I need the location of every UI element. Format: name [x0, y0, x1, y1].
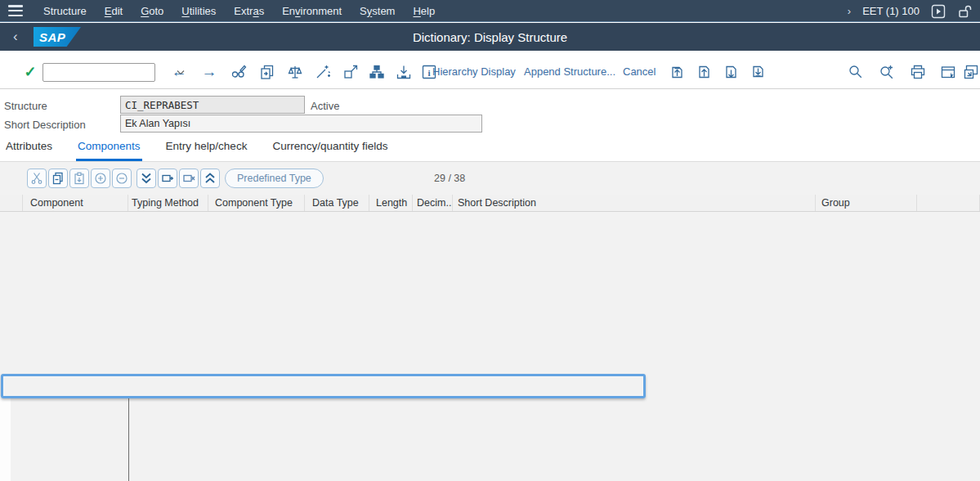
structure-field[interactable]: CI_REPRABEST: [120, 96, 305, 114]
hierarchy-icon[interactable]: [366, 61, 387, 83]
print-icon[interactable]: [907, 61, 929, 83]
append-structure-button[interactable]: Append Structure...: [524, 65, 615, 78]
cut-button[interactable]: [27, 169, 47, 188]
tab-currency-quantity-fields[interactable]: Currency/quantity fields: [271, 135, 389, 161]
paste-rows-button[interactable]: [69, 169, 89, 188]
menu-item-edit[interactable]: Edit: [96, 5, 132, 17]
hamburger-menu-icon[interactable]: [8, 5, 23, 16]
menu-item-environment[interactable]: Environment: [273, 5, 351, 17]
previous-page-icon[interactable]: [694, 61, 715, 83]
new-session-window-icon[interactable]: [960, 61, 980, 83]
delete-row-button[interactable]: [179, 169, 199, 188]
command-field[interactable]: [43, 63, 155, 82]
resize-icon[interactable]: [340, 61, 361, 83]
insert-row-button[interactable]: [158, 169, 177, 188]
first-page-icon[interactable]: [667, 61, 688, 83]
menu-bar-right: › EET (1) 100: [848, 0, 972, 22]
highlight-annotation: [1, 374, 646, 398]
header-typing-method[interactable]: Typing Method: [128, 195, 208, 211]
hierarchy-display-button[interactable]: Hierarchy Display: [432, 65, 516, 78]
delete-entry-button[interactable]: [112, 169, 132, 188]
tab-components[interactable]: Components: [76, 135, 142, 161]
tab-entry-help-check[interactable]: Entry help/check: [164, 135, 249, 161]
header-component[interactable]: Component: [23, 195, 128, 211]
overflow-chevron-icon[interactable]: ›: [848, 5, 851, 17]
header-decim-[interactable]: Decim...: [413, 195, 453, 211]
tab-strip: AttributesComponentsEntry help/checkCurr…: [0, 134, 980, 161]
header-length[interactable]: Length: [369, 195, 413, 211]
back-arrow-icon[interactable]: ←: [168, 61, 190, 83]
column-divider-line: [128, 396, 129, 481]
short-description-field[interactable]: Ek Alan Yapısı: [120, 115, 482, 133]
short-description-label: Short Description: [4, 119, 86, 131]
last-page-icon[interactable]: [748, 61, 769, 83]
find-icon[interactable]: [845, 61, 866, 83]
enter-check-icon[interactable]: ✓: [20, 61, 41, 83]
back-icon[interactable]: ‹: [13, 29, 18, 45]
cancel-button[interactable]: Cancel: [623, 65, 656, 78]
header-data-type[interactable]: Data Type: [305, 195, 369, 211]
next-page-icon[interactable]: [721, 61, 742, 83]
scales-compare-icon[interactable]: [284, 61, 306, 83]
menu-item-extras[interactable]: Extras: [225, 5, 273, 17]
table-header: ComponentTyping MethodComponent TypeData…: [0, 195, 980, 212]
menu-items: StructureEditGotoUtilitiesExtrasEnvironm…: [34, 5, 444, 17]
menu-bar: StructureEditGotoUtilitiesExtrasEnvironm…: [0, 0, 980, 22]
expand-all-icon[interactable]: [136, 169, 156, 188]
position-indicator: 29 / 38: [434, 173, 465, 184]
page-title: Dictionary: Display Structure: [0, 23, 980, 51]
pattern-wand-icon[interactable]: [312, 61, 333, 83]
copy-rows-button[interactable]: [48, 169, 68, 188]
display-change-icon[interactable]: [228, 61, 249, 83]
menu-item-help[interactable]: Help: [404, 5, 444, 17]
components-panel: Predefined Type 29 / 38 ComponentTyping …: [0, 161, 980, 481]
sap-gui-window: StructureEditGotoUtilitiesExtrasEnvironm…: [0, 0, 980, 481]
command-input[interactable]: [43, 64, 177, 81]
header-group[interactable]: Group: [816, 195, 917, 211]
insert-entry-button[interactable]: [91, 169, 110, 188]
import-icon[interactable]: [393, 61, 414, 83]
forward-arrow-icon[interactable]: →: [199, 61, 220, 83]
predefined-type-button[interactable]: Predefined Type: [225, 169, 324, 188]
shortcut-window-icon[interactable]: [937, 61, 959, 83]
structure-label: Structure: [4, 100, 47, 112]
copy-icon[interactable]: [257, 61, 278, 83]
header-select-column: [0, 195, 23, 211]
menu-item-utilities[interactable]: Utilities: [172, 5, 225, 17]
title-bar: Dictionary: Display Structure ‹ SAP: [0, 23, 980, 51]
header-component-type[interactable]: Component Type: [208, 195, 305, 211]
empty-left-margin: [0, 396, 11, 481]
gui-scripting-icon[interactable]: [931, 4, 946, 19]
menu-item-goto[interactable]: Goto: [132, 5, 172, 17]
header-short-description[interactable]: Short Description: [453, 195, 816, 211]
menu-item-system[interactable]: System: [351, 5, 404, 17]
svg-text:i: i: [427, 68, 430, 78]
status-text: Active: [311, 100, 339, 112]
unlocked-padlock-icon[interactable]: [957, 4, 972, 19]
header-filler: [917, 195, 980, 211]
tab-attributes[interactable]: Attributes: [4, 135, 54, 161]
collapse-all-icon[interactable]: [200, 169, 220, 188]
menu-item-structure[interactable]: Structure: [34, 5, 96, 17]
system-status: EET (1) 100: [862, 5, 920, 17]
find-next-icon[interactable]: [876, 61, 897, 83]
